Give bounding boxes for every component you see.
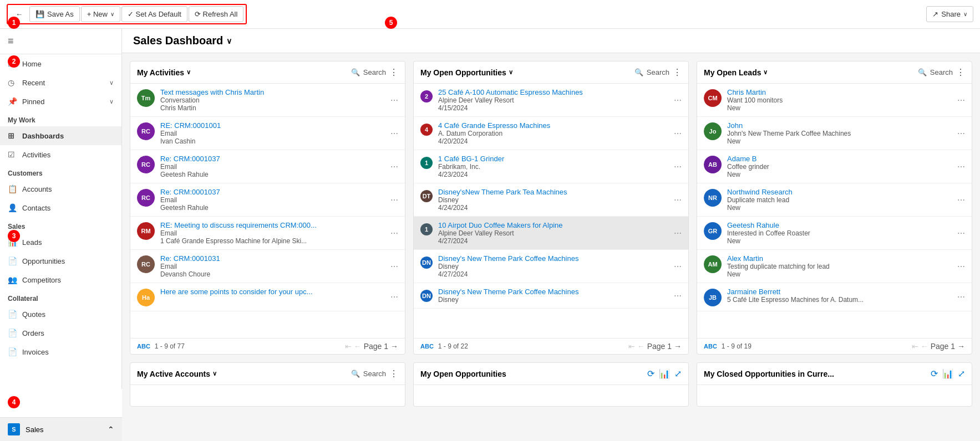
opportunities-next-icon[interactable]: → bbox=[674, 342, 682, 351]
open-opps-refresh-icon[interactable]: ⟳ bbox=[647, 368, 654, 379]
active-accounts-search-icon[interactable]: 🔍 bbox=[351, 370, 360, 378]
activities-search-label[interactable]: Search bbox=[363, 68, 386, 76]
sidebar-item-accounts[interactable]: 📋 Accounts bbox=[0, 180, 121, 198]
opportunity-list-item[interactable]: 4 4 Café Grande Espresso Machines A. Dat… bbox=[414, 117, 688, 150]
activities-prev-icon[interactable]: ← bbox=[354, 342, 362, 351]
sidebar-item-dashboards[interactable]: ⊞ Dashboards bbox=[0, 126, 121, 145]
activities-first-icon[interactable]: ⇤ bbox=[345, 342, 352, 351]
sidebar-item-orders[interactable]: 📄 Orders bbox=[0, 324, 121, 342]
activity-list-item[interactable]: RC Re: CRM:0001031 Email Devansh Choure … bbox=[130, 250, 405, 283]
item-more-icon[interactable]: ⋯ bbox=[674, 96, 682, 105]
item-more-icon[interactable]: ⋯ bbox=[674, 129, 682, 138]
item-more-icon[interactable]: ⋯ bbox=[390, 293, 398, 301]
item-more-icon[interactable]: ⋯ bbox=[390, 129, 398, 138]
opportunities-abc[interactable]: ABC bbox=[420, 343, 434, 350]
opportunity-list-item[interactable]: DN Disney's New Theme Park Coffee Machin… bbox=[414, 283, 688, 309]
leads-abc[interactable]: ABC bbox=[704, 343, 717, 350]
closed-opps-expand-icon[interactable]: ⤢ bbox=[958, 368, 965, 379]
sidebar-item-pinned[interactable]: 📌 Pinned ∨ bbox=[0, 92, 121, 111]
item-company: Disney bbox=[438, 263, 668, 270]
activities-abc[interactable]: ABC bbox=[137, 343, 150, 350]
closed-opps-refresh-icon[interactable]: ⟳ bbox=[931, 368, 938, 379]
activity-list-item[interactable]: RM RE: Meeting to discuss requirements C… bbox=[130, 217, 405, 250]
item-more-icon[interactable]: ⋯ bbox=[674, 291, 682, 300]
opportunity-list-item[interactable]: 2 25 Café A-100 Automatic Espresso Machi… bbox=[414, 84, 688, 117]
dashboard-chevron-icon[interactable]: ∨ bbox=[226, 37, 232, 45]
opportunities-prev-icon[interactable]: ← bbox=[637, 342, 645, 351]
item-sub: Email bbox=[160, 130, 385, 137]
activity-list-item[interactable]: RC Re: CRM:0001037 Email Geetesh Rahule … bbox=[130, 150, 405, 183]
item-more-icon[interactable]: ⋯ bbox=[957, 96, 965, 105]
active-accounts-search-label[interactable]: Search bbox=[363, 370, 386, 378]
sidebar-bottom[interactable]: S Sales ⌃ bbox=[0, 417, 122, 441]
leads-search-icon[interactable]: 🔍 bbox=[918, 68, 927, 76]
open-opps-export-icon[interactable]: 📊 bbox=[659, 368, 670, 379]
lead-list-item[interactable]: AB Adame B Coffee grinder New ⋯ bbox=[697, 150, 972, 183]
item-more-icon[interactable]: ⋯ bbox=[390, 229, 398, 238]
new-button[interactable]: + New ∨ bbox=[81, 6, 120, 22]
item-more-icon[interactable]: ⋯ bbox=[674, 162, 682, 171]
item-more-icon[interactable]: ⋯ bbox=[957, 129, 965, 138]
refresh-all-button[interactable]: ⟳ Refresh All bbox=[189, 6, 243, 22]
leads-first-icon[interactable]: ⇤ bbox=[912, 342, 918, 351]
item-more-icon[interactable]: ⋯ bbox=[957, 162, 965, 171]
opportunity-list-item[interactable]: DN Disney's New Theme Park Coffee Machin… bbox=[414, 250, 688, 283]
opportunities-search-icon[interactable]: 🔍 bbox=[634, 68, 643, 76]
save-as-button[interactable]: 💾 Save As bbox=[29, 6, 80, 22]
sidebar-item-invoices[interactable]: 📄 Invoices bbox=[0, 342, 121, 361]
sidebar-bottom-item[interactable]: S Sales ⌃ bbox=[0, 418, 122, 441]
leads-chevron-icon[interactable]: ∨ bbox=[763, 69, 768, 76]
item-more-icon[interactable]: ⋯ bbox=[957, 262, 965, 271]
item-more-icon[interactable]: ⋯ bbox=[674, 196, 682, 204]
lead-list-item[interactable]: JB Jarmaine Berrett 5 Café Lite Espresso… bbox=[697, 283, 972, 311]
leads-next-icon[interactable]: → bbox=[957, 342, 965, 351]
opportunities-search-label[interactable]: Search bbox=[647, 68, 669, 76]
lead-list-item[interactable]: NR Northwind Research Duplicate match le… bbox=[697, 183, 972, 217]
activity-list-item[interactable]: RC Re: CRM:0001037 Email Geetesh Rahule … bbox=[130, 183, 405, 217]
leads-menu-icon[interactable]: ⋮ bbox=[956, 67, 965, 78]
item-sub: Interested in Coffee Roaster bbox=[727, 229, 952, 237]
sidebar-item-contacts[interactable]: 👤 Contacts bbox=[0, 198, 121, 217]
sidebar-item-quotes[interactable]: 📄 Quotes bbox=[0, 305, 121, 324]
opportunity-list-item[interactable]: 1 10 Airpot Duo Coffee Makers for Alpine… bbox=[414, 217, 688, 250]
item-more-icon[interactable]: ⋯ bbox=[390, 96, 398, 105]
item-more-icon[interactable]: ⋯ bbox=[957, 229, 965, 238]
active-accounts-chevron-icon[interactable]: ∨ bbox=[212, 370, 217, 377]
closed-opps-export-icon[interactable]: 📊 bbox=[942, 368, 953, 379]
activity-list-item[interactable]: Tm Text messages with Chris Martin Conve… bbox=[130, 84, 405, 117]
open-opps-expand-icon[interactable]: ⤢ bbox=[674, 368, 682, 379]
item-more-icon[interactable]: ⋯ bbox=[390, 196, 398, 204]
activity-list-item[interactable]: Ha Here are some points to consider for … bbox=[130, 283, 405, 311]
activity-list-item[interactable]: RC RE: CRM:0001001 Email Ivan Cashin ⋯ bbox=[130, 117, 405, 150]
activities-menu-icon[interactable]: ⋮ bbox=[389, 67, 398, 78]
lead-list-item[interactable]: GR Geetesh Rahule Interested in Coffee R… bbox=[697, 217, 972, 250]
item-more-icon[interactable]: ⋯ bbox=[390, 262, 398, 271]
item-more-icon[interactable]: ⋯ bbox=[957, 196, 965, 204]
sidebar-item-recent[interactable]: ◷ Recent ∨ bbox=[0, 73, 121, 92]
item-more-icon[interactable]: ⋯ bbox=[674, 262, 682, 271]
share-button[interactable]: ↗ Share ∨ bbox=[926, 6, 973, 22]
item-more-icon[interactable]: ⋯ bbox=[390, 162, 398, 171]
opportunities-menu-icon[interactable]: ⋮ bbox=[673, 67, 682, 78]
hamburger-icon[interactable]: ≡ bbox=[8, 35, 14, 47]
sidebar-item-opportunities[interactable]: 📄 Opportunities bbox=[0, 252, 121, 270]
lead-list-item[interactable]: CM Chris Martin Want 100 monitors New ⋯ bbox=[697, 84, 972, 117]
activities-search-icon[interactable]: 🔍 bbox=[351, 68, 360, 76]
leads-prev-icon[interactable]: ← bbox=[921, 342, 928, 351]
opportunity-list-item[interactable]: DT Disney'sNew Theme Park Tea Machines D… bbox=[414, 183, 688, 217]
opportunity-list-item[interactable]: 1 1 Café BG-1 Grinder Fabrikam, Inc. 4/2… bbox=[414, 150, 688, 183]
sidebar-item-activities[interactable]: ☑ Activities bbox=[0, 145, 121, 164]
lead-list-item[interactable]: Jo John John's New Theme Park Coffee Mac… bbox=[697, 117, 972, 150]
set-default-button[interactable]: ✓ Set As Default bbox=[121, 6, 187, 22]
opportunities-first-icon[interactable]: ⇤ bbox=[628, 342, 635, 351]
active-accounts-menu-icon[interactable]: ⋮ bbox=[389, 368, 398, 379]
opportunities-chevron-icon[interactable]: ∨ bbox=[509, 69, 513, 76]
lead-list-item[interactable]: AM Alex Martin Testing duplicate matchin… bbox=[697, 250, 972, 283]
item-more-icon[interactable]: ⋯ bbox=[674, 229, 682, 238]
sidebar-item-competitors[interactable]: 👥 Competitors bbox=[0, 270, 121, 289]
leads-search-label[interactable]: Search bbox=[930, 68, 953, 76]
activities-next-icon[interactable]: → bbox=[390, 342, 398, 351]
activities-chevron-icon[interactable]: ∨ bbox=[186, 69, 191, 76]
item-more-icon[interactable]: ⋯ bbox=[957, 293, 965, 301]
save-icon: 💾 bbox=[35, 10, 44, 18]
